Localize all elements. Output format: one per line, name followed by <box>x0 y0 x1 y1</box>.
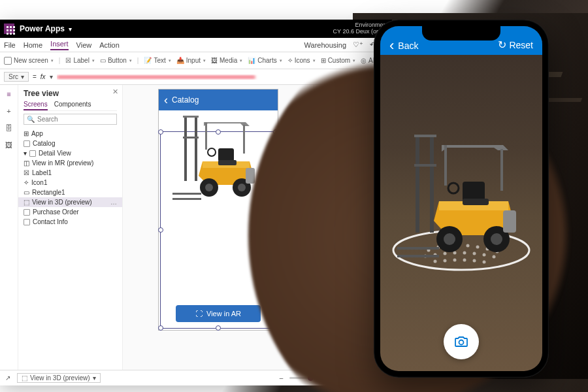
svg-rect-4 <box>205 122 207 150</box>
menubar: File Home Insert View Action Warehousing… <box>0 38 392 52</box>
rail-data-icon[interactable]: 🗄 <box>5 124 12 132</box>
ar-viewport[interactable] <box>380 55 542 312</box>
brand: Power Apps <box>20 24 65 33</box>
equals: = <box>33 73 37 80</box>
svg-rect-39 <box>416 135 419 233</box>
svg-rect-5 <box>243 125 245 154</box>
svg-rect-43 <box>444 145 447 186</box>
left-rail: ≡ + 🗄 🖼 <box>0 85 18 370</box>
tree-label1[interactable]: ☒ Label1 <box>24 168 117 178</box>
svg-rect-15 <box>246 168 255 184</box>
phone-device: Back Reset <box>374 20 549 378</box>
tree-rectangle1[interactable]: ▭ Rectangle1 <box>24 188 117 197</box>
svg-rect-14 <box>172 198 201 200</box>
camera-button[interactable] <box>444 324 479 359</box>
svg-rect-2 <box>183 116 199 118</box>
svg-rect-52 <box>397 247 439 250</box>
waffle-icon[interactable] <box>4 24 14 34</box>
svg-rect-53 <box>397 255 439 257</box>
tree-title: Tree view <box>24 89 117 98</box>
svg-rect-1 <box>195 116 197 181</box>
svg-point-49 <box>444 233 455 245</box>
ribbon-new-screen[interactable]: New screen <box>4 57 54 65</box>
search-placeholder: Search <box>37 116 58 123</box>
svg-rect-7 <box>218 160 237 165</box>
ribbon-icons[interactable]: ✧ Icons <box>287 57 316 64</box>
svg-rect-13 <box>172 193 201 195</box>
search-icon: 🔍 <box>27 116 35 123</box>
svg-rect-45 <box>463 182 485 201</box>
svg-rect-6 <box>218 148 234 161</box>
fx-label: fx <box>41 73 46 80</box>
titlebar: Power Apps ▾ Environment CY 20.6 Deux (o… <box>0 20 392 38</box>
tree-icon1[interactable]: ✧ Icon1 <box>24 178 117 188</box>
rail-tree-icon[interactable]: ≡ <box>7 90 10 98</box>
tab-components[interactable]: Components <box>54 101 91 110</box>
svg-rect-41 <box>414 135 436 137</box>
svg-rect-3 <box>183 137 199 139</box>
reset-button[interactable]: Reset <box>498 39 533 51</box>
app-title: Catalog <box>172 95 199 105</box>
status-chevron[interactable]: ↗ <box>5 374 10 382</box>
svg-rect-40 <box>430 135 434 233</box>
menu-action[interactable]: Action <box>99 41 120 49</box>
chevron-down-icon[interactable]: ▾ <box>69 25 72 33</box>
tree-detail[interactable]: ▾ Detail View <box>24 148 117 158</box>
formula-chevron[interactable]: ▾ <box>50 73 53 80</box>
phone-footer <box>380 312 542 371</box>
svg-point-51 <box>491 233 502 245</box>
svg-rect-44 <box>500 149 503 191</box>
svg-rect-0 <box>184 116 187 181</box>
rail-media-icon[interactable]: 🖼 <box>5 141 12 149</box>
search-input[interactable]: 🔍 Search <box>24 114 117 125</box>
ribbon-text[interactable]: 📝 Text <box>144 57 171 64</box>
rail-insert-icon[interactable]: + <box>7 107 10 115</box>
ribbon-label[interactable]: ☒ Label <box>65 57 94 64</box>
ribbon-charts[interactable]: 📊 Charts <box>248 57 282 64</box>
tree-contact[interactable]: Contact Info <box>24 217 117 227</box>
svg-point-8 <box>208 148 216 156</box>
tree-catalog[interactable]: Catalog <box>24 139 117 148</box>
camera-icon <box>453 334 469 350</box>
tree-view-mr[interactable]: ◫ View in MR (preview) <box>24 158 117 168</box>
resize-handle[interactable] <box>216 325 221 331</box>
ar-forklift-model[interactable] <box>396 128 527 265</box>
menu-view[interactable]: View <box>76 41 92 49</box>
status-selected-control[interactable]: ⬚ View in 3D (preview) ▾ <box>17 373 101 383</box>
app-header: ‹ Catalog <box>159 90 278 110</box>
resize-handle[interactable] <box>158 325 163 331</box>
resize-handle[interactable] <box>158 227 163 233</box>
svg-point-47 <box>448 183 459 193</box>
menu-insert[interactable]: Insert <box>50 40 69 50</box>
property-dropdown[interactable]: Src ▾ <box>4 72 29 82</box>
ribbon-button[interactable]: ▭ Button <box>100 57 132 64</box>
close-icon[interactable]: ✕ <box>112 88 118 96</box>
ribbon-input[interactable]: 📥 Input <box>176 57 206 64</box>
app-name[interactable]: Warehousing <box>304 41 346 49</box>
ribbon-media[interactable]: 🖼 Media <box>211 57 242 64</box>
zoom-out-button[interactable]: – <box>280 374 284 382</box>
forklift-3d-model[interactable] <box>172 110 264 208</box>
menu-file[interactable]: File <box>4 41 16 49</box>
back-chevron-icon[interactable]: ‹ <box>164 93 168 107</box>
phone-notch <box>422 26 500 41</box>
more-icon[interactable]: … <box>110 199 117 206</box>
tree-view-3d[interactable]: ⬚ View in 3D (preview)… <box>18 197 122 207</box>
svg-rect-46 <box>463 199 489 205</box>
tree-app[interactable]: ⊞ App <box>24 129 117 139</box>
svg-rect-42 <box>414 164 436 167</box>
tree-purchase[interactable]: Purchase Order <box>24 207 117 217</box>
svg-point-10 <box>205 184 213 191</box>
phone-screen: Back Reset <box>380 26 542 371</box>
menu-home[interactable]: Home <box>24 41 42 49</box>
svg-rect-54 <box>503 210 516 233</box>
tab-screens[interactable]: Screens <box>24 101 48 110</box>
svg-point-55 <box>459 340 464 345</box>
svg-point-12 <box>238 184 246 191</box>
tree-view-panel: Tree view ✕ Screens Components 🔍 Search … <box>18 85 123 370</box>
back-button[interactable]: Back <box>389 41 418 51</box>
resize-handle[interactable] <box>158 129 163 135</box>
